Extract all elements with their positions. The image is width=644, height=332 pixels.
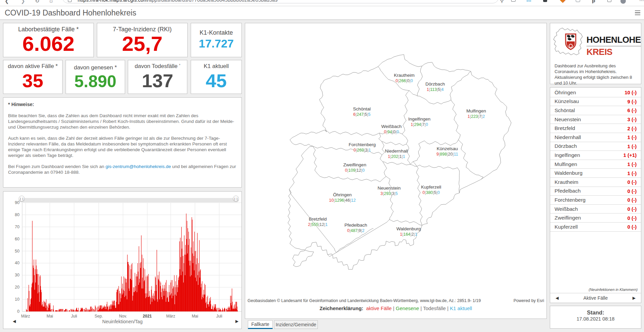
svg-text:0: 0 [17,309,20,314]
svg-text:50: 50 [15,249,20,254]
svg-text:Juli: Juli [71,314,77,319]
svg-text:2021: 2021 [143,314,152,319]
svg-text:März: März [21,314,30,319]
svg-text:Nov.: Nov. [119,314,127,319]
svg-text:KREIS: KREIS [586,47,612,57]
svg-text:Mai: Mai [192,314,198,319]
svg-text:Juli: Juli [216,314,222,319]
svg-text:HOHENLOHE: HOHENLOHE [586,35,641,45]
svg-text:80: 80 [15,212,20,217]
svg-text:60: 60 [15,237,20,241]
svg-text:30: 30 [15,273,20,277]
svg-text:Mai: Mai [46,314,53,319]
svg-text:März: März [166,314,175,319]
svg-text:20: 20 [15,285,20,290]
svg-text:40: 40 [15,261,20,265]
svg-text:Sep.: Sep. [94,314,103,319]
svg-text:70: 70 [15,225,20,229]
svg-text:10: 10 [15,297,20,302]
